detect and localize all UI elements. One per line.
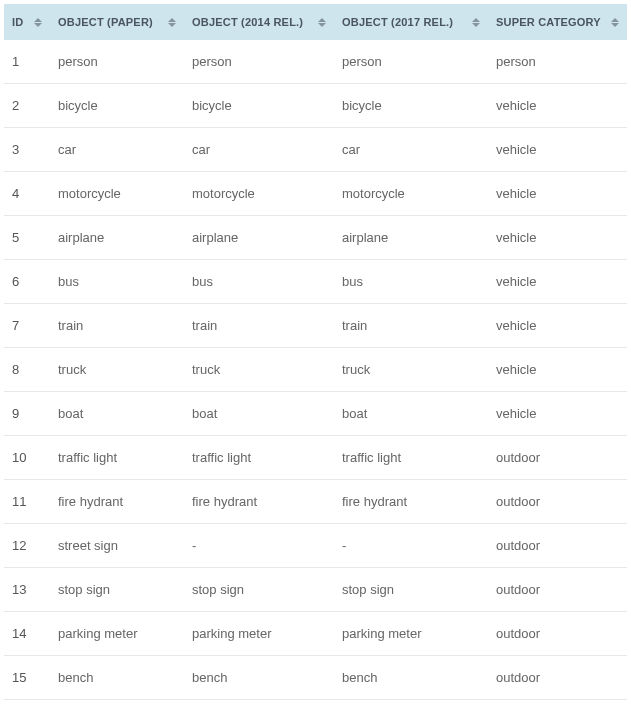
sort-icon[interactable]	[34, 18, 42, 27]
cell-object-2014: motorcycle	[184, 172, 334, 216]
cell-id: 5	[4, 216, 50, 260]
cell-id: 4	[4, 172, 50, 216]
table-body: 1personpersonpersonperson2bicyclebicycle…	[4, 40, 627, 710]
cell-object-2017: car	[334, 128, 488, 172]
column-header-label: OBJECT (2017 REL.)	[342, 16, 453, 28]
cell-super-category: vehicle	[488, 392, 627, 436]
cell-super-category: vehicle	[488, 348, 627, 392]
cell-id: 12	[4, 524, 50, 568]
cell-id: 9	[4, 392, 50, 436]
table-row: 9boatboatboatvehicle	[4, 392, 627, 436]
cell-id: 15	[4, 656, 50, 700]
column-header-object-2014[interactable]: OBJECT (2014 REL.)	[184, 4, 334, 40]
cell-id: 14	[4, 612, 50, 656]
cell-super-category: vehicle	[488, 304, 627, 348]
sort-icon[interactable]	[611, 18, 619, 27]
cell-object-paper: traffic light	[50, 436, 184, 480]
sort-icon[interactable]	[472, 18, 480, 27]
cell-object-2017: train	[334, 304, 488, 348]
cell-object-2014: bicycle	[184, 84, 334, 128]
cell-object-2017: airplane	[334, 216, 488, 260]
table-row: 16birdbirdbirdanimal	[4, 700, 627, 711]
cell-super-category: outdoor	[488, 436, 627, 480]
cell-super-category: animal	[488, 700, 627, 711]
cell-id: 3	[4, 128, 50, 172]
cell-object-paper: boat	[50, 392, 184, 436]
cell-id: 16	[4, 700, 50, 711]
cell-object-2014: traffic light	[184, 436, 334, 480]
cell-object-2017: stop sign	[334, 568, 488, 612]
cell-id: 8	[4, 348, 50, 392]
cell-object-2017: -	[334, 524, 488, 568]
table-row: 7traintraintrainvehicle	[4, 304, 627, 348]
cell-object-2014: car	[184, 128, 334, 172]
cell-object-2014: fire hydrant	[184, 480, 334, 524]
cell-object-paper: stop sign	[50, 568, 184, 612]
table-row: 13stop signstop signstop signoutdoor	[4, 568, 627, 612]
cell-super-category: outdoor	[488, 612, 627, 656]
table-row: 4motorcyclemotorcyclemotorcyclevehicle	[4, 172, 627, 216]
cell-id: 11	[4, 480, 50, 524]
table-row: 12street sign--outdoor	[4, 524, 627, 568]
cell-object-2017: traffic light	[334, 436, 488, 480]
cell-object-paper: bird	[50, 700, 184, 711]
column-header-label: OBJECT (2014 REL.)	[192, 16, 303, 28]
cell-object-2014: airplane	[184, 216, 334, 260]
cell-object-2014: boat	[184, 392, 334, 436]
cell-object-paper: train	[50, 304, 184, 348]
table-row: 10traffic lighttraffic lighttraffic ligh…	[4, 436, 627, 480]
sort-icon[interactable]	[168, 18, 176, 27]
table-row: 2bicyclebicyclebicyclevehicle	[4, 84, 627, 128]
column-header-label: SUPER CATEGORY	[496, 16, 601, 28]
cell-id: 7	[4, 304, 50, 348]
sort-icon[interactable]	[318, 18, 326, 27]
cell-object-paper: person	[50, 40, 184, 84]
cell-super-category: outdoor	[488, 524, 627, 568]
table-row: 5airplaneairplaneairplanevehicle	[4, 216, 627, 260]
cell-object-paper: bus	[50, 260, 184, 304]
cell-object-2017: person	[334, 40, 488, 84]
cell-super-category: vehicle	[488, 260, 627, 304]
cell-object-2017: bicycle	[334, 84, 488, 128]
cell-object-2017: motorcycle	[334, 172, 488, 216]
table-row: 14parking meterparking meterparking mete…	[4, 612, 627, 656]
cell-object-paper: car	[50, 128, 184, 172]
column-header-id[interactable]: ID	[4, 4, 50, 40]
table-row: 3carcarcarvehicle	[4, 128, 627, 172]
cell-id: 10	[4, 436, 50, 480]
cell-object-2014: bus	[184, 260, 334, 304]
cell-id: 13	[4, 568, 50, 612]
cell-object-2017: bus	[334, 260, 488, 304]
cell-super-category: vehicle	[488, 128, 627, 172]
cell-object-2014: person	[184, 40, 334, 84]
category-table: ID OBJECT (PAPER) OBJECT (2014 REL.) OBJ…	[4, 4, 627, 710]
cell-object-2017: fire hydrant	[334, 480, 488, 524]
cell-object-2014: -	[184, 524, 334, 568]
cell-super-category: outdoor	[488, 480, 627, 524]
table-row: 6busbusbusvehicle	[4, 260, 627, 304]
column-header-object-2017[interactable]: OBJECT (2017 REL.)	[334, 4, 488, 40]
cell-super-category: outdoor	[488, 656, 627, 700]
cell-object-2014: stop sign	[184, 568, 334, 612]
column-header-object-paper[interactable]: OBJECT (PAPER)	[50, 4, 184, 40]
cell-object-paper: fire hydrant	[50, 480, 184, 524]
cell-object-2014: bird	[184, 700, 334, 711]
cell-object-2014: bench	[184, 656, 334, 700]
column-header-label: ID	[12, 16, 23, 28]
cell-super-category: person	[488, 40, 627, 84]
cell-id: 6	[4, 260, 50, 304]
cell-object-paper: bicycle	[50, 84, 184, 128]
cell-object-paper: motorcycle	[50, 172, 184, 216]
column-header-super-category[interactable]: SUPER CATEGORY	[488, 4, 627, 40]
cell-object-2014: train	[184, 304, 334, 348]
cell-id: 2	[4, 84, 50, 128]
cell-object-paper: bench	[50, 656, 184, 700]
cell-super-category: vehicle	[488, 216, 627, 260]
cell-object-2017: parking meter	[334, 612, 488, 656]
table-row: 1personpersonpersonperson	[4, 40, 627, 84]
cell-id: 1	[4, 40, 50, 84]
table-row: 15benchbenchbenchoutdoor	[4, 656, 627, 700]
cell-super-category: vehicle	[488, 172, 627, 216]
cell-super-category: vehicle	[488, 84, 627, 128]
cell-object-2017: boat	[334, 392, 488, 436]
